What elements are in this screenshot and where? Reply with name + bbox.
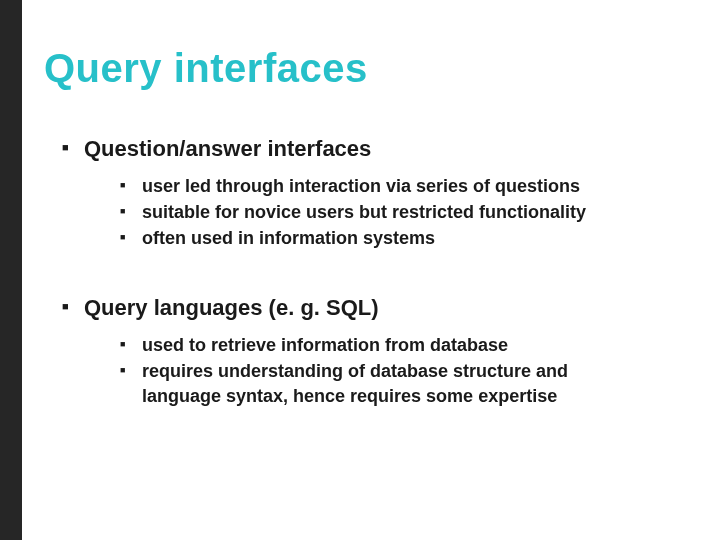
section-heading: Query languages (e. g. SQL) used to retr… [62, 294, 686, 407]
slide-title: Query interfaces [44, 46, 686, 91]
left-strip [0, 0, 22, 540]
section-heading-text: Question/answer interfaces [84, 136, 371, 161]
section-heading-text: Query languages (e. g. SQL) [84, 295, 379, 320]
bullet-list-level2: used to retrieve information from databa… [84, 333, 686, 408]
bullet-list-level1: Question/answer interfaces user led thro… [44, 135, 686, 408]
list-item: used to retrieve information from databa… [120, 333, 590, 357]
list-item: suitable for novice users but restricted… [120, 200, 590, 224]
list-item: requires understanding of database struc… [120, 359, 590, 408]
section-heading: Question/answer interfaces user led thro… [62, 135, 686, 250]
slide: Query interfaces Question/answer interfa… [0, 0, 720, 540]
list-item: often used in information systems [120, 226, 590, 250]
list-item: user led through interaction via series … [120, 174, 590, 198]
bullet-list-level2: user led through interaction via series … [84, 174, 686, 251]
slide-content: Query interfaces Question/answer interfa… [22, 0, 720, 540]
